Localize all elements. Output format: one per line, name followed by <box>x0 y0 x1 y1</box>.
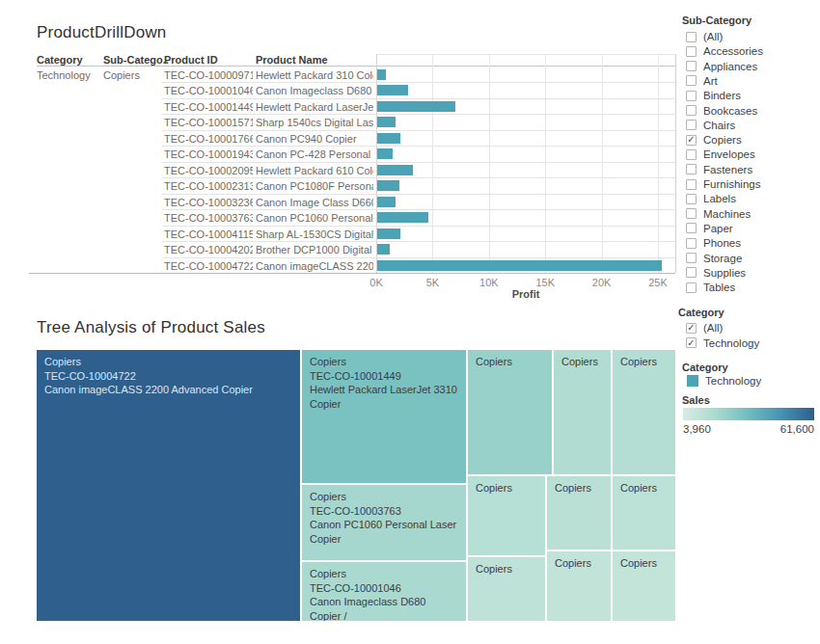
unchecked-checkbox-icon[interactable] <box>686 164 697 174</box>
checked-checkbox-icon[interactable]: ✓ <box>686 337 697 348</box>
filter-item-accessories[interactable]: Accessories <box>686 44 763 58</box>
profit-bar[interactable] <box>377 212 429 223</box>
unchecked-checkbox-icon[interactable] <box>686 75 697 86</box>
product-name-cell[interactable]: Hewlett Packard LaserJet .. <box>256 101 373 113</box>
treemap-cell[interactable]: Copiers <box>613 476 675 550</box>
filter-item-chairs[interactable]: Chairs <box>686 119 735 132</box>
product-id-cell[interactable]: TEC-CO-10002095 <box>164 165 253 176</box>
product-id-cell[interactable]: TEC-CO-10003763 <box>164 212 253 224</box>
unchecked-checkbox-icon[interactable] <box>686 32 697 42</box>
unchecked-checkbox-icon[interactable] <box>686 105 697 116</box>
profit-bar[interactable] <box>377 148 393 159</box>
filter-item-copiers[interactable]: ✓Copiers <box>686 133 742 147</box>
profit-bar[interactable] <box>377 101 456 112</box>
treemap-cell[interactable]: CopiersTEC-CO-10003763Canon PC1060 Perso… <box>302 485 466 560</box>
sales-color-gradient[interactable] <box>683 408 814 420</box>
unchecked-checkbox-icon[interactable] <box>686 194 697 204</box>
unchecked-checkbox-icon[interactable] <box>686 179 697 190</box>
filter-item-art[interactable]: Art <box>686 74 718 88</box>
product-id-cell[interactable]: TEC-CO-10004722 <box>164 260 253 272</box>
unchecked-checkbox-icon[interactable] <box>686 238 697 249</box>
filter-item-supplies[interactable]: Supplies <box>686 266 746 280</box>
product-name-cell[interactable]: Canon PC-428 Personal Co.. <box>256 148 373 160</box>
product-id-cell[interactable]: TEC-CO-10002313 <box>164 180 253 192</box>
product-name-cell[interactable]: Sharp AL-1530CS Digital C.. <box>256 228 373 240</box>
profit-bar[interactable] <box>377 260 663 271</box>
profit-bar[interactable] <box>377 197 396 207</box>
product-id-cell[interactable]: TEC-CO-10001943 <box>164 148 253 160</box>
filter-item-appliances[interactable]: Appliances <box>686 60 757 73</box>
column-header-product-name[interactable]: Product Name <box>256 54 328 66</box>
filter-item-machines[interactable]: Machines <box>686 207 751 221</box>
product-name-cell[interactable]: Canon imageCLASS 2200 .. <box>256 260 373 272</box>
filter-item-furnishings[interactable]: Furnishings <box>686 177 760 191</box>
filter-item-bookcases[interactable]: Bookcases <box>686 104 757 118</box>
filter-item-tables[interactable]: Tables <box>686 281 735 294</box>
product-name-cell[interactable]: Hewlett Packard 610 Colo.. <box>256 165 373 176</box>
filter-item-technology[interactable]: ✓Technology <box>686 336 759 350</box>
treemap-cell[interactable]: Copiers <box>554 350 611 474</box>
legend-title-sales: Sales <box>682 394 710 406</box>
filter-item-envelopes[interactable]: Envelopes <box>686 148 755 161</box>
treemap-cell[interactable]: CopiersTEC-CO-10004722Canon imageCLASS 2… <box>37 350 300 621</box>
unchecked-checkbox-icon[interactable] <box>686 61 697 71</box>
product-id-cell[interactable]: TEC-CO-10001046 <box>164 85 253 96</box>
profit-bar[interactable] <box>377 228 401 239</box>
product-name-cell[interactable]: Canon Image Class D660 C.. <box>256 197 373 208</box>
product-name-cell[interactable]: Sharp 1540cs Digital Lase.. <box>256 117 373 128</box>
product-name-cell[interactable]: Canon Imageclass D680 C.. <box>256 85 373 96</box>
filter-item-phones[interactable]: Phones <box>686 236 741 250</box>
filter-item-storage[interactable]: Storage <box>686 252 742 265</box>
product-name-cell[interactable]: Canon PC940 Copier <box>256 133 373 145</box>
unchecked-checkbox-icon[interactable] <box>686 253 697 263</box>
profit-bar[interactable] <box>377 165 413 175</box>
legend-item-technology[interactable]: Technology <box>687 375 761 387</box>
product-name-cell[interactable]: Brother DCP1000 Digital .. <box>256 244 373 255</box>
profit-bar[interactable] <box>377 117 396 127</box>
product-name-cell[interactable]: Canon PC1080F Personal .. <box>256 180 373 192</box>
product-id-cell[interactable]: TEC-CO-10001571 <box>164 117 253 128</box>
filter-item-fasteners[interactable]: Fasteners <box>686 163 752 176</box>
unchecked-checkbox-icon[interactable] <box>686 91 697 101</box>
filter-item-all[interactable]: ✓(All) <box>686 321 723 335</box>
treemap-cell[interactable]: Copiers <box>547 476 611 550</box>
treemap-cell[interactable]: CopiersTEC-CO-10001046Canon Imageclass D… <box>302 562 466 621</box>
product-id-cell[interactable]: TEC-CO-10000971 <box>164 69 253 81</box>
unchecked-checkbox-icon[interactable] <box>686 120 697 130</box>
filter-item-labels[interactable]: Labels <box>686 192 736 205</box>
profit-bar[interactable] <box>377 244 390 255</box>
product-name-cell[interactable]: Canon PC1060 Personal L.. <box>256 212 373 224</box>
unchecked-checkbox-icon[interactable] <box>686 208 697 219</box>
product-id-cell[interactable]: TEC-CO-10003236 <box>164 197 253 208</box>
unchecked-checkbox-icon[interactable] <box>686 46 697 57</box>
column-header-subcategory[interactable]: Sub-Catego.. <box>103 54 169 66</box>
treemap-cell[interactable]: CopiersTEC-CO-10001449Hewlett Packard La… <box>302 350 466 483</box>
product-name-cell[interactable]: Hewlett Packard 310 Colo.. <box>256 69 373 81</box>
checked-checkbox-icon[interactable]: ✓ <box>686 323 697 334</box>
column-header-category[interactable]: Category <box>37 54 83 66</box>
treemap-cell[interactable]: Copiers <box>547 551 611 621</box>
treemap-cell[interactable]: Copiers <box>468 476 545 555</box>
profit-bar[interactable] <box>377 69 386 80</box>
profit-bar[interactable] <box>377 180 399 191</box>
column-header-product-id[interactable]: Product ID <box>164 54 218 66</box>
unchecked-checkbox-icon[interactable] <box>686 223 697 233</box>
profit-bar[interactable] <box>377 133 401 144</box>
profit-bar[interactable] <box>377 85 409 95</box>
checked-checkbox-icon[interactable]: ✓ <box>686 135 697 146</box>
unchecked-checkbox-icon[interactable] <box>686 267 697 278</box>
filter-item-all[interactable]: (All) <box>686 30 723 43</box>
treemap-cell[interactable]: Copiers <box>613 551 675 621</box>
unchecked-checkbox-icon[interactable] <box>686 149 697 160</box>
filter-item-binders[interactable]: Binders <box>686 89 741 102</box>
product-id-cell[interactable]: TEC-CO-10004115 <box>164 228 253 240</box>
product-id-cell[interactable]: TEC-CO-10001449 <box>164 101 253 113</box>
treemap-cell[interactable]: Copiers <box>468 350 552 474</box>
treemap-cell[interactable]: Copiers <box>613 350 675 474</box>
treemap-cell-category: Copiers <box>620 556 668 571</box>
unchecked-checkbox-icon[interactable] <box>686 282 697 293</box>
treemap-cell[interactable]: Copiers <box>468 557 545 621</box>
product-id-cell[interactable]: TEC-CO-10004202 <box>164 244 253 255</box>
product-id-cell[interactable]: TEC-CO-10001766 <box>164 133 253 145</box>
filter-item-paper[interactable]: Paper <box>686 222 733 235</box>
